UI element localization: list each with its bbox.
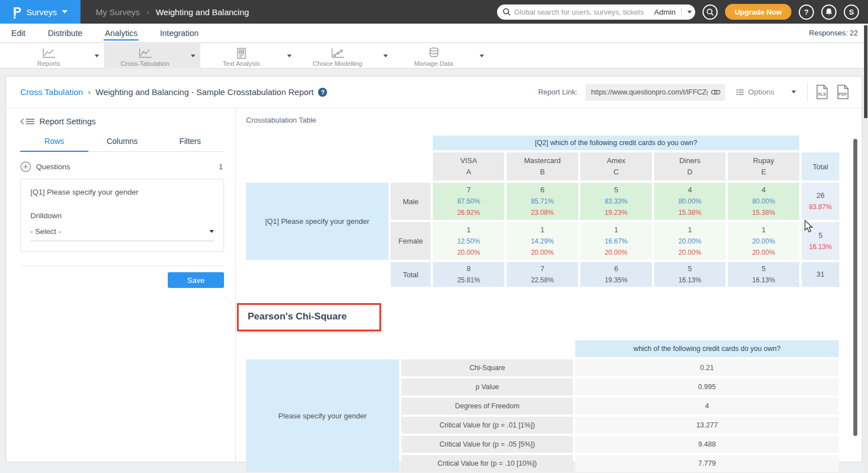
- scatter-chart-icon: [138, 48, 153, 59]
- divider: [20, 265, 224, 266]
- breadcrumb-separator-icon: ›: [146, 8, 149, 16]
- chi-value: 0.995: [575, 379, 839, 395]
- column-header-diners: DinersD: [654, 152, 726, 181]
- cell-male-visa: 787.50%26.92%: [433, 183, 504, 220]
- nav-tab-distribute[interactable]: Distribute: [47, 25, 83, 40]
- export-pdf-button[interactable]: PDF: [836, 84, 849, 100]
- cell-female-mastercard: 114.29%20.00%: [507, 222, 578, 260]
- avatar-initial: S: [849, 8, 854, 16]
- cross-tabulation-chevron-down-icon[interactable]: [186, 55, 200, 57]
- content-scrollbar-thumb[interactable]: [853, 139, 857, 436]
- cell-male-diners: 480.00%15.38%: [654, 183, 726, 220]
- nav-tab-integration[interactable]: Integration: [159, 25, 200, 40]
- window-scrollbar-thumb[interactable]: [864, 25, 867, 118]
- cell-grand-total: 31: [802, 262, 839, 287]
- product-label: Surveys: [26, 7, 57, 17]
- cross-tabulation-breadcrumb-link[interactable]: Cross Tabulation: [20, 87, 83, 97]
- crosstab-report-area: Crosstabulation Table [Q2] which of the …: [236, 108, 862, 462]
- choice-modelling-chevron-down-icon[interactable]: [378, 55, 393, 57]
- report-link-input[interactable]: [591, 88, 708, 96]
- chi-square-table: which of the following credit cards do y…: [244, 338, 841, 473]
- nav-tab-analytics[interactable]: Analytics: [104, 25, 138, 40]
- chi-column-header: which of the following credit cards do y…: [575, 340, 839, 357]
- text-analysis-chevron-down-icon[interactable]: [282, 55, 297, 57]
- cell-female-visa: 112.50%20.00%: [433, 222, 504, 260]
- report-help-icon[interactable]: ?: [318, 88, 327, 97]
- chi-label: p Value: [401, 379, 573, 395]
- scope-chevron-down-icon[interactable]: [687, 11, 692, 13]
- question-text: [Q1] Please specify your gender: [30, 188, 214, 196]
- cell-total-diners: 516.13%: [654, 262, 726, 287]
- add-question-button[interactable]: [20, 161, 31, 172]
- report-header: Cross Tabulation › Weighting and Balanci…: [6, 76, 862, 108]
- report-link-box[interactable]: [585, 84, 725, 101]
- divider: [807, 83, 808, 102]
- row-group-header: [Q1] Please specify your gender: [246, 183, 388, 260]
- cell-female-total: 516.13%: [802, 222, 839, 260]
- drilldown-select[interactable]: - Select -: [30, 227, 214, 241]
- drilldown-selected-value: - Select -: [30, 227, 209, 236]
- toolbar-item-reports[interactable]: Reports: [8, 43, 104, 69]
- toolbar-item-cross-tabulation[interactable]: Cross-Tabulation: [104, 43, 200, 69]
- document-table-icon: [235, 48, 248, 59]
- avatar[interactable]: S: [844, 4, 859, 20]
- global-search-input[interactable]: [514, 8, 651, 16]
- crosstab-section-title: Crosstabulation Table: [246, 116, 862, 124]
- cell-male-amex: 583.33%19.23%: [580, 183, 652, 220]
- tab-columns[interactable]: Columns: [88, 137, 156, 151]
- notifications-button[interactable]: [821, 4, 836, 20]
- panel-collapse-button[interactable]: [20, 118, 34, 125]
- cell-male-rupay: 480.00%15.38%: [728, 183, 799, 220]
- search-scope-label: Admin: [654, 8, 675, 16]
- nav-tab-edit[interactable]: Edit: [10, 25, 26, 40]
- options-button[interactable]: Options: [733, 88, 799, 96]
- help-button[interactable]: ?: [799, 4, 814, 20]
- svg-text:XLS: XLS: [818, 92, 826, 97]
- breadcrumb-parent[interactable]: My Surveys: [96, 7, 140, 17]
- window-scrollbar[interactable]: [863, 24, 868, 473]
- survey-nav: Edit Distribute Analytics Integration Re…: [0, 24, 868, 43]
- questions-label: Questions: [36, 163, 70, 171]
- row-header-female: Female: [391, 222, 431, 260]
- analytics-toolbar: Reports Cross-Tabulation Text Analysis C…: [0, 43, 868, 69]
- row-header-total: Total: [391, 262, 431, 287]
- topbar-actions: Admin Upgrade Now ? S: [497, 4, 868, 20]
- breadcrumb-current: Weighting and Balancing: [156, 7, 249, 17]
- search-submit-button[interactable]: [703, 4, 718, 20]
- column-group-header: [Q2] which of the following credit cards…: [433, 136, 799, 150]
- cell-female-diners: 120.00%20.00%: [654, 222, 726, 260]
- toolbar-item-manage-data[interactable]: Manage Data: [393, 43, 489, 69]
- app-logo-surveys-menu[interactable]: P Surveys: [0, 0, 80, 24]
- export-xls-button[interactable]: XLS: [816, 84, 829, 100]
- column-header-mastercard: MastercardB: [507, 152, 578, 181]
- upgrade-now-button[interactable]: Upgrade Now: [725, 4, 791, 20]
- responses-count: Responses: 22: [809, 29, 868, 37]
- global-search-box[interactable]: Admin: [497, 4, 695, 20]
- menu-icon: [26, 118, 34, 125]
- topbar-breadcrumb: My Surveys › Weighting and Balancing: [96, 7, 249, 17]
- list-icon: [736, 89, 744, 96]
- tab-filters[interactable]: Filters: [156, 137, 224, 151]
- chi-square-title: Pearson's Chi-Square: [248, 311, 347, 322]
- chi-row-header: Please specify your gender: [246, 359, 399, 472]
- database-icon: [428, 47, 440, 59]
- search-icon: [706, 8, 714, 16]
- question-mark-icon: ?: [804, 8, 809, 16]
- manage-data-chevron-down-icon[interactable]: [475, 55, 489, 57]
- chi-label: Degrees of Freedom: [401, 398, 573, 415]
- toolbar-item-text-analysis[interactable]: Text Analysis: [200, 43, 297, 69]
- cell-female-rupay: 120.00%20.00%: [728, 222, 799, 260]
- chi-label: Critical Value for (p = .05 [5%]): [401, 436, 573, 453]
- link-icon[interactable]: [711, 89, 721, 95]
- drilldown-chevron-down-icon: [209, 230, 214, 233]
- reports-chevron-down-icon[interactable]: [90, 55, 104, 57]
- report-link-label: Report Link:: [538, 88, 578, 96]
- chevron-left-icon: [20, 118, 24, 125]
- column-header-visa: VISAA: [433, 152, 504, 181]
- save-button[interactable]: Save: [168, 272, 224, 288]
- topbar: P Surveys My Surveys › Weighting and Bal…: [0, 0, 868, 24]
- chevron-down-icon: [62, 10, 68, 13]
- question-card: [Q1] Please specify your gender Drilldow…: [20, 179, 224, 252]
- toolbar-item-choice-modelling[interactable]: Choice Modelling: [297, 43, 393, 69]
- tab-rows[interactable]: Rows: [20, 137, 88, 152]
